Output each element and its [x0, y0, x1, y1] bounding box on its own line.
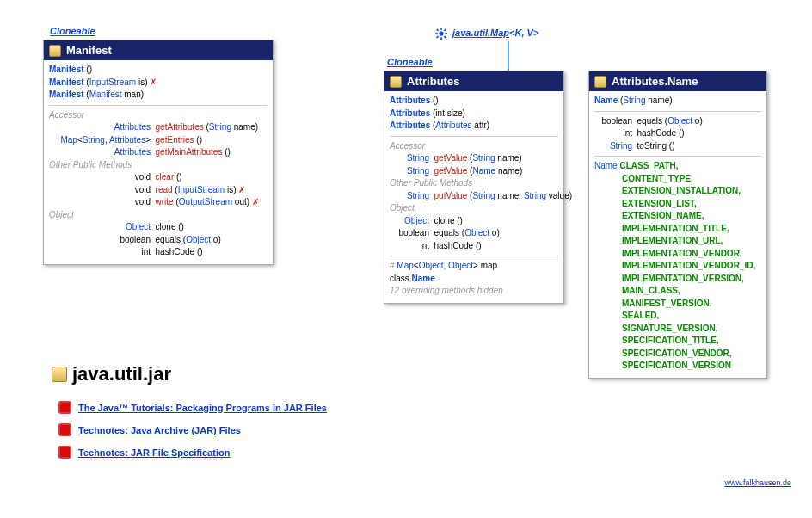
constant-item: IMPLEMENTATION_VENDOR_ID, — [594, 260, 761, 273]
external-link-row: Technotes: Java Archive (JAR) Files — [58, 423, 241, 436]
class-header: Attributes — [384, 71, 563, 91]
package-title: java.util.jar — [52, 363, 171, 385]
class-icon — [52, 367, 67, 382]
constant-item: SPECIFICATION_VENDOR, — [594, 348, 761, 361]
svg-rect-1 — [440, 28, 442, 30]
constant-item: SEALED, — [594, 310, 761, 323]
svg-rect-3 — [435, 33, 438, 34]
constant-item: EXTENSION_LIST, — [594, 198, 761, 211]
class-body: Manifest () Manifest (InputStream is) ✗ … — [44, 60, 273, 264]
constant-item: IMPLEMENTATION_URL, — [594, 235, 761, 248]
constant-item: MAIN_CLASS, — [594, 285, 761, 298]
constant-item: IMPLEMENTATION_VENDOR, — [594, 248, 761, 261]
class-box-manifest: Manifest Manifest () Manifest (InputStre… — [43, 40, 274, 265]
connector-line — [508, 41, 509, 72]
package-title-text: java.util.jar — [72, 363, 171, 385]
constants-list: Name CLASS_PATH,CONTENT_TYPE,EXTENSION_I… — [594, 160, 761, 373]
class-icon — [49, 45, 61, 57]
svg-point-0 — [439, 31, 443, 35]
gear-icon — [435, 28, 447, 40]
external-link-row: The Java™ Tutorials: Packaging Programs … — [58, 401, 327, 414]
credit-link[interactable]: www.falkhausen.de — [724, 478, 791, 487]
class-title: Attributes.Name — [612, 75, 698, 88]
map-main: Map — [490, 28, 509, 38]
svg-rect-5 — [436, 29, 439, 32]
constant-item: SIGNATURE_VERSION, — [594, 323, 761, 336]
constant-item: IMPLEMENTATION_VERSION, — [594, 273, 761, 286]
cloneable-link-attributes[interactable]: Cloneable — [387, 57, 433, 67]
constant-item: IMPLEMENTATION_TITLE, — [594, 223, 761, 236]
class-header: Attributes.Name — [589, 71, 766, 91]
external-link[interactable]: Technotes: Java Archive (JAR) Files — [78, 425, 241, 435]
oracle-icon — [58, 446, 71, 459]
map-prefix: java.util. — [452, 28, 490, 38]
external-link-row: Technotes: JAR File Specification — [58, 446, 230, 459]
svg-rect-8 — [444, 35, 446, 38]
external-link[interactable]: Technotes: JAR File Specification — [78, 447, 230, 458]
class-title: Attributes — [407, 75, 459, 88]
class-header: Manifest — [44, 40, 273, 60]
constant-item: EXTENSION_NAME, — [594, 210, 761, 223]
constant-item: EXTENSION_INSTALLATION, — [594, 185, 761, 198]
class-title: Manifest — [66, 44, 112, 57]
class-box-attributes-name: Attributes.Name Name (String name) boole… — [588, 71, 767, 379]
class-icon — [594, 76, 606, 88]
constant-item: MANIFEST_VERSION, — [594, 298, 761, 311]
map-generics: <K, V> — [509, 28, 538, 38]
oracle-icon — [58, 423, 71, 436]
cloneable-link-manifest[interactable]: Cloneable — [50, 26, 95, 36]
svg-rect-6 — [444, 29, 446, 32]
constant-item: SPECIFICATION_TITLE, — [594, 335, 761, 348]
oracle-icon — [58, 401, 71, 414]
svg-rect-2 — [440, 37, 442, 40]
diagram-stage: Cloneable Cloneable java.util.Map<K, V> … — [0, 0, 812, 518]
class-box-attributes: Attributes Attributes () Attributes (int… — [384, 71, 564, 304]
map-interface-label[interactable]: java.util.Map<K, V> — [435, 28, 538, 40]
class-icon — [390, 76, 402, 88]
external-link[interactable]: The Java™ Tutorials: Packaging Programs … — [78, 403, 327, 413]
class-body: Attributes () Attributes (int size) Attr… — [384, 91, 563, 303]
constant-item: CONTENT_TYPE, — [594, 173, 761, 186]
constant-item: Name CLASS_PATH, — [594, 160, 761, 173]
svg-rect-7 — [436, 35, 439, 38]
class-body: Name (String name) boolean equals (Objec… — [589, 91, 766, 378]
constant-item: SPECIFICATION_VERSION — [594, 360, 761, 373]
svg-rect-4 — [445, 33, 447, 34]
